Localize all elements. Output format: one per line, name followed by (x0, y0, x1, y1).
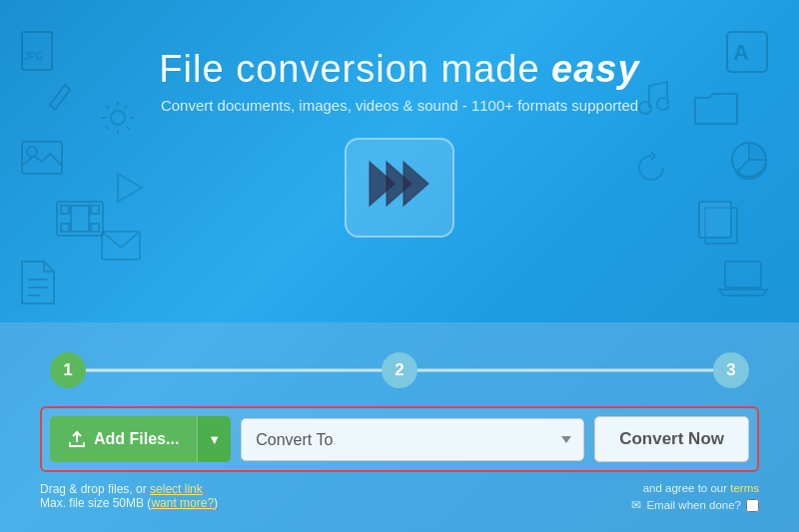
step-3-number: 3 (726, 360, 735, 380)
info-row: Drag & drop files, or select link Max. f… (40, 482, 759, 512)
step-3: 3 (713, 352, 749, 388)
background: JPG (0, 0, 799, 532)
add-files-dropdown-button[interactable]: ▼ (197, 416, 231, 462)
step-2: 2 (382, 352, 417, 388)
info-right: and agree to our terms ✉ Email when done… (631, 482, 759, 512)
main-title: File conversion made easy (0, 48, 799, 91)
upload-icon (68, 430, 86, 448)
step-2-number: 2 (395, 360, 403, 380)
header: File conversion made easy Convert docume… (0, 0, 799, 114)
convert-to-wrapper: Convert To PDF JPG PNG MP4 MP3 DOCX (241, 416, 584, 462)
email-row: ✉ Email when done? (631, 498, 759, 512)
add-files-label: Add Files... (94, 430, 179, 448)
svg-rect-21 (725, 262, 761, 287)
convert-to-select[interactable]: Convert To PDF JPG PNG MP4 MP3 DOCX (241, 418, 584, 461)
title-bold: easy (551, 48, 640, 90)
title-plain: File conversion made (159, 48, 551, 90)
email-label: Email when done? (646, 499, 741, 511)
step-1-number: 1 (63, 360, 72, 380)
max-size-close: ) (214, 496, 218, 510)
action-row: Add Files... ▼ Convert To PDF JPG PNG MP… (40, 406, 759, 472)
deco-laptop-icon (717, 260, 769, 301)
want-more-link[interactable]: want more? (151, 496, 214, 510)
drag-drop-text: Drag & drop files, or (40, 482, 147, 496)
email-icon: ✉ (631, 498, 641, 512)
fast-forward-icon (365, 154, 434, 222)
subtitle: Convert documents, images, videos & soun… (0, 97, 799, 114)
bottom-panel: 1 2 3 Add Files... ▼ (0, 322, 799, 532)
terms-link[interactable]: terms (730, 482, 759, 494)
max-size-text: Max. file size 50MB ( (40, 496, 151, 510)
convert-now-button[interactable]: Convert Now (594, 416, 749, 462)
select-link[interactable]: select link (150, 482, 203, 496)
svg-marker-26 (403, 162, 428, 206)
convert-now-label: Convert Now (619, 429, 724, 448)
email-checkbox[interactable] (746, 499, 759, 512)
logo-box (345, 138, 454, 238)
add-files-group: Add Files... ▼ (50, 416, 231, 462)
steps-row: 1 2 3 (40, 352, 759, 388)
agree-text: and agree to our terms (643, 482, 759, 494)
center-logo-area (0, 138, 799, 238)
step-1: 1 (50, 352, 86, 388)
info-left: Drag & drop files, or select link Max. f… (40, 482, 218, 512)
add-files-button[interactable]: Add Files... (50, 416, 197, 462)
deco-doc-icon (20, 260, 56, 309)
dropdown-arrow-icon: ▼ (208, 432, 221, 447)
